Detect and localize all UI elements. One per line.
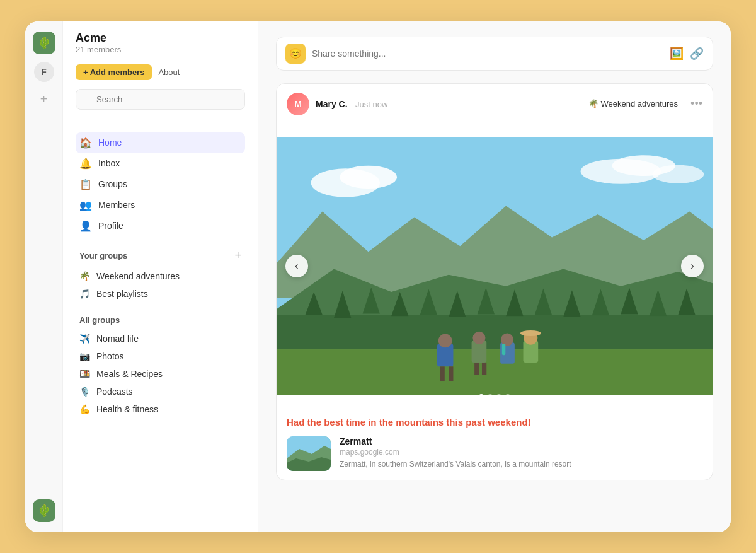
sidebar-item-label: Profile <box>98 221 123 231</box>
org-actions: + Add members About <box>76 64 245 80</box>
svg-point-38 <box>520 330 541 335</box>
group-label: Photos <box>96 351 124 361</box>
carousel-dot-2[interactable] <box>488 394 493 399</box>
workspace-icon[interactable]: F <box>34 62 54 82</box>
post-link-preview[interactable]: Zermatt maps.google.com Zermatt, in sout… <box>277 428 713 480</box>
svg-rect-33 <box>482 362 486 375</box>
members-icon: 👥 <box>79 199 92 211</box>
post-image-container: ‹ › <box>277 124 713 408</box>
share-image-button[interactable]: 🖼️ <box>670 47 684 61</box>
post-more-button[interactable]: ••• <box>690 97 702 110</box>
carousel-dot-1[interactable] <box>479 394 484 399</box>
sidebar-icon-strip: 🌵 F + 🌵 <box>25 21 63 532</box>
all-group-item[interactable]: 🍱Meals & Recipes <box>76 365 245 383</box>
org-name: Acme <box>76 32 245 45</box>
group-label: Best playlists <box>96 289 148 299</box>
share-input[interactable] <box>312 49 663 59</box>
search-wrapper: 🔍 <box>76 89 245 121</box>
group-label: Nomad life <box>96 334 139 344</box>
svg-rect-8 <box>277 315 713 349</box>
carousel-dots <box>479 394 510 399</box>
link-thumb-image <box>287 436 331 471</box>
share-bar: 😊 🖼️ 🔗 <box>276 37 713 71</box>
org-header: Acme 21 members <box>76 32 245 54</box>
all-group-item[interactable]: ✈️Nomad life <box>76 330 245 347</box>
all-groups-header: All groups <box>76 315 245 325</box>
group-icon: 📷 <box>79 351 90 361</box>
main-content: 😊 🖼️ 🔗 M Mary C. Just now 🌴 Weekend adve… <box>258 21 731 532</box>
groups-icon: 📋 <box>79 178 92 190</box>
all-group-item[interactable]: 💪Health & fitness <box>76 400 245 418</box>
inbox-icon: 🔔 <box>79 158 92 170</box>
group-label: Meals & Recipes <box>96 369 163 379</box>
link-info: Zermatt maps.google.com Zermatt, in sout… <box>340 436 571 470</box>
org-members: 21 members <box>76 45 245 54</box>
post-author-name: Mary C. <box>316 99 348 109</box>
group-label: Podcasts <box>96 387 133 397</box>
all-group-item[interactable]: 📷Photos <box>76 347 245 365</box>
add-workspace-button[interactable]: + <box>34 90 54 110</box>
share-link-button[interactable]: 🔗 <box>690 47 704 61</box>
search-input[interactable] <box>76 89 245 110</box>
svg-rect-28 <box>440 366 445 381</box>
post-author-avatar: M <box>287 93 309 115</box>
your-group-item[interactable]: 🌴Weekend adventures <box>76 267 245 285</box>
carousel-prev-button[interactable]: ‹ <box>285 255 308 277</box>
app-logo[interactable]: 🌵 <box>33 32 55 54</box>
sidebar-item-members[interactable]: 👥Members <box>76 195 245 216</box>
your-groups-label: Your groups <box>79 251 127 260</box>
your-groups-header: Your groups + <box>76 249 245 262</box>
sidebar-item-profile[interactable]: 👤Profile <box>76 216 245 236</box>
add-members-button[interactable]: + Add members <box>76 64 152 80</box>
carousel-next-button[interactable]: › <box>681 255 704 277</box>
post-header: M Mary C. Just now 🌴 Weekend adventures … <box>277 84 713 124</box>
your-groups-list: 🌴Weekend adventures🎵Best playlists <box>76 267 245 303</box>
all-groups-label: All groups <box>79 315 120 325</box>
link-title: Zermatt <box>340 436 571 446</box>
sidebar-item-label: Home <box>98 137 122 148</box>
carousel-dot-4[interactable] <box>505 394 510 399</box>
group-icon: 🍱 <box>79 369 90 379</box>
all-groups-list: ✈️Nomad life📷Photos🍱Meals & Recipes🎙️Pod… <box>76 330 245 418</box>
svg-point-2 <box>340 165 397 188</box>
link-thumbnail <box>287 436 331 471</box>
svg-point-27 <box>438 334 452 347</box>
carousel-dot-3[interactable] <box>496 394 501 399</box>
sidebar-item-inbox[interactable]: 🔔Inbox <box>76 153 245 174</box>
your-group-item[interactable]: 🎵Best playlists <box>76 285 245 303</box>
sidebar-item-label: Members <box>98 200 135 210</box>
sidebar-item-label: Groups <box>98 179 127 189</box>
about-link[interactable]: About <box>158 67 180 77</box>
post-author-info: Mary C. Just now <box>316 98 387 110</box>
svg-point-5 <box>652 165 704 183</box>
sidebar-item-groups[interactable]: 📋Groups <box>76 174 245 195</box>
sidebar-item-home[interactable]: 🏠Home <box>76 132 245 153</box>
post-group-tag[interactable]: 🌴 Weekend adventures <box>588 99 678 108</box>
group-icon: 🎙️ <box>79 387 90 397</box>
group-icon: 💪 <box>79 404 90 414</box>
sidebar-nav: Acme 21 members + Add members About 🔍 🏠H… <box>63 21 258 532</box>
post-time: Just now <box>355 100 387 109</box>
add-group-button[interactable]: + <box>234 249 241 262</box>
svg-rect-25 <box>277 349 713 395</box>
home-icon: 🏠 <box>79 137 92 149</box>
svg-rect-39 <box>502 343 505 354</box>
group-icon: 🎵 <box>79 289 90 299</box>
share-avatar: 😊 <box>285 44 306 64</box>
svg-rect-32 <box>474 362 479 375</box>
group-icon: ✈️ <box>79 334 90 344</box>
post-image <box>277 124 713 408</box>
svg-rect-29 <box>449 366 453 381</box>
all-group-item[interactable]: 🎙️Podcasts <box>76 383 245 400</box>
link-url: maps.google.com <box>340 448 571 457</box>
profile-icon: 👤 <box>79 220 92 232</box>
group-label: Weekend adventures <box>96 271 180 281</box>
nav-items-list: 🏠Home🔔Inbox📋Groups👥Members👤Profile <box>76 132 245 236</box>
sidebar: 🌵 F + 🌵 Acme 21 members + Add members Ab… <box>25 21 258 532</box>
sidebar-item-label: Inbox <box>98 158 120 168</box>
group-icon: 🌴 <box>79 271 90 281</box>
post-caption: Had the best time in the mountains this … <box>277 408 713 428</box>
svg-point-31 <box>472 331 485 344</box>
app-logo-bottom[interactable]: 🌵 <box>33 499 55 522</box>
group-label: Health & fitness <box>96 404 158 414</box>
